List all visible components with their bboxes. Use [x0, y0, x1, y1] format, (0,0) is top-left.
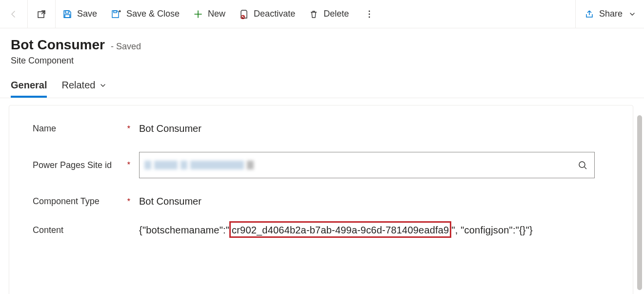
svg-rect-2 — [65, 15, 70, 18]
content-botschemaname-highlight: cr902_d4064b2a-b7ab-499a-9c6d-781409eadf… — [229, 221, 451, 238]
save-close-button[interactable]: Save & Close — [104, 0, 186, 28]
trash-icon — [309, 9, 319, 19]
save-icon — [62, 9, 72, 19]
form-tabs: General Related — [0, 71, 644, 98]
tab-related-label: Related — [61, 80, 95, 91]
svg-point-8 — [579, 162, 585, 168]
svg-rect-1 — [65, 11, 69, 13]
open-in-new-window-button[interactable] — [28, 0, 55, 28]
content-suffix: ", "configjson":"{}"} — [451, 225, 532, 235]
overflow-menu-button[interactable] — [356, 0, 383, 28]
site-id-lookup[interactable] — [139, 152, 595, 178]
required-marker: * — [127, 197, 130, 206]
record-entity-name: Site Component — [11, 56, 633, 66]
component-type-label-text: Component Type — [33, 196, 100, 207]
tab-general-label: General — [11, 80, 47, 91]
form-card: Name * Bot Consumer Power Pages Site id … — [9, 105, 633, 294]
component-type-value[interactable]: Bot Consumer — [139, 196, 201, 207]
record-header: Bot Consumer - Saved Site Component — [0, 28, 644, 71]
vertical-scrollbar[interactable] — [637, 115, 642, 290]
record-save-status: - Saved — [111, 42, 141, 52]
svg-point-7 — [369, 16, 370, 18]
new-button[interactable]: New — [186, 0, 232, 28]
svg-point-6 — [369, 13, 370, 15]
field-row-content: Content {"botschemaname":"cr902_d4064b2a… — [33, 225, 617, 236]
share-icon — [584, 9, 594, 19]
save-label: Save — [77, 9, 97, 19]
component-type-label: Component Type * — [33, 196, 139, 207]
svg-point-5 — [369, 10, 370, 12]
field-row-component-type: Component Type * Bot Consumer — [33, 196, 617, 207]
tab-general[interactable]: General — [11, 80, 47, 98]
new-label: New — [208, 9, 225, 19]
tab-related[interactable]: Related — [61, 80, 107, 98]
chevron-down-icon — [628, 10, 636, 18]
back-button[interactable] — [0, 0, 27, 28]
field-row-name: Name * Bot Consumer — [33, 123, 617, 134]
deactivate-label: Deactivate — [254, 9, 295, 19]
form-region: Name * Bot Consumer Power Pages Site id … — [0, 98, 644, 294]
required-marker: * — [127, 125, 130, 133]
content-value[interactable]: {"botschemaname":"cr902_d4064b2a-b7ab-49… — [139, 225, 533, 236]
svg-rect-3 — [114, 11, 117, 13]
deactivate-icon — [239, 9, 249, 19]
save-close-icon — [111, 9, 121, 19]
chevron-down-icon — [99, 82, 107, 89]
more-vertical-icon — [364, 9, 374, 19]
share-button[interactable]: Share — [584, 9, 636, 19]
delete-button[interactable]: Delete — [302, 0, 356, 28]
search-icon[interactable] — [578, 160, 587, 170]
arrow-left-icon — [9, 9, 19, 19]
content-label: Content — [33, 225, 139, 235]
content-label-text: Content — [33, 225, 63, 235]
site-id-value-redacted — [144, 161, 254, 169]
name-label: Name * — [33, 124, 139, 134]
name-label-text: Name — [33, 124, 56, 134]
site-id-label-text: Power Pages Site id — [33, 160, 112, 170]
name-value[interactable]: Bot Consumer — [139, 123, 201, 134]
open-external-icon — [37, 9, 46, 19]
content-prefix: {"botschemaname":" — [139, 225, 229, 235]
save-button[interactable]: Save — [56, 0, 104, 28]
command-bar: Save Save & Close New Deactivate Delete … — [0, 0, 644, 28]
record-title: Bot Consumer — [11, 37, 105, 53]
field-row-site-id: Power Pages Site id * — [33, 152, 617, 178]
plus-icon — [193, 9, 203, 19]
delete-label: Delete — [323, 9, 349, 19]
save-close-label: Save & Close — [126, 9, 180, 19]
site-id-label: Power Pages Site id * — [33, 160, 139, 170]
share-label: Share — [599, 9, 623, 19]
deactivate-button[interactable]: Deactivate — [232, 0, 302, 28]
required-marker: * — [127, 161, 130, 169]
